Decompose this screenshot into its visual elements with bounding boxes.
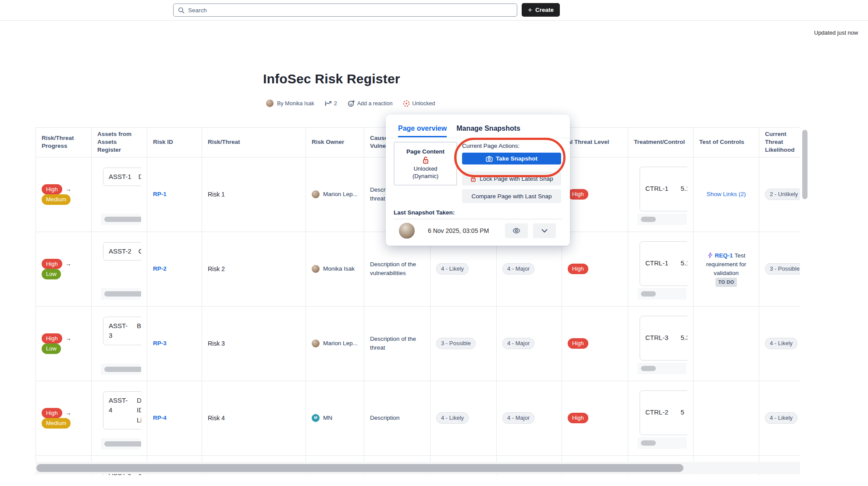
unlock-open-icon: [421, 156, 430, 164]
take-snapshot-button[interactable]: Take Snapshot: [462, 153, 561, 164]
chevron-down-icon: [541, 229, 548, 233]
lock-page-label: Lock Page with Latest Snap: [480, 175, 553, 182]
col-header-risk-id: Risk ID: [147, 128, 202, 157]
lock-closed-icon: [470, 175, 477, 182]
requirement-link[interactable]: REQ-1: [715, 252, 733, 259]
views-analytics[interactable]: 2: [325, 100, 337, 107]
lock-status-label: Unlocked: [412, 100, 435, 107]
embedded-hscrollbar[interactable]: [101, 288, 140, 300]
current-likelihood-cell: 4 - Likely: [759, 381, 800, 455]
asset-cell: ASST-4Devel IDE Licen: [92, 381, 147, 455]
risk-id-cell: RP-1: [147, 157, 202, 232]
risk-cell: Risk 1: [202, 157, 306, 232]
embedded-hscrollbar[interactable]: [637, 363, 687, 374]
asset-cell: ASST-2Comp: [92, 232, 147, 306]
threat-level-badge: High: [568, 189, 588, 200]
arrow-right-icon: →: [65, 260, 71, 267]
owner-cell: Monika Isak: [306, 232, 364, 306]
progress-from-badge: High: [42, 333, 62, 344]
progress-to-badge: Medium: [42, 194, 71, 205]
treatment-cell: CTRL-25: [628, 381, 694, 455]
control-card[interactable]: CTRL-15.1: [640, 241, 687, 286]
col-header-test-of-controls: Test of Controls: [694, 128, 759, 157]
progress-cell: High→Medium: [36, 381, 92, 455]
treatment-cell: CTRL-35.3: [628, 306, 694, 381]
arrow-right-icon: →: [65, 335, 71, 342]
tab-page-overview[interactable]: Page overview: [398, 125, 447, 137]
threat-level-cell: High: [562, 157, 628, 232]
show-links-link[interactable]: Show Links (2): [707, 191, 746, 197]
table-vertical-scrollbar[interactable]: [802, 130, 808, 199]
embedded-hscrollbar[interactable]: [637, 214, 687, 225]
table-horizontal-scrollbar[interactable]: [36, 462, 800, 474]
search-input[interactable]: Search: [173, 4, 517, 17]
snapshot-author-avatar: [399, 223, 415, 239]
lock-page-button[interactable]: Lock Page with Latest Snap: [462, 172, 561, 186]
snapshot-options-button[interactable]: [533, 223, 556, 238]
asset-card[interactable]: ASST-1Datab: [103, 168, 141, 186]
asset-cell: ASST-3Brand: [92, 306, 147, 381]
risk-cell: Risk 4: [202, 381, 306, 455]
hscrollbar-thumb[interactable]: [36, 464, 683, 472]
progress-to-badge: Low: [42, 269, 61, 279]
views-count: 2: [334, 100, 337, 107]
tab-manage-snapshots[interactable]: Manage Snapshots: [456, 125, 520, 137]
test-of-controls-cell: REQ-1 Test requirement for validation TO…: [694, 232, 759, 306]
owner-avatar: [312, 190, 320, 198]
asset-cell: ASST-1Datab: [92, 157, 147, 232]
add-reaction-label: Add a reaction: [357, 100, 393, 107]
embedded-hscrollbar[interactable]: [637, 437, 687, 449]
embedded-hscrollbar[interactable]: [101, 214, 140, 225]
control-card[interactable]: CTRL-15.1: [640, 167, 687, 211]
page-content-title: Page Content: [406, 148, 445, 155]
lock-status-indicator[interactable]: Unlocked: [403, 100, 435, 107]
threat-level-badge: High: [568, 413, 588, 423]
page-content-status-box: Page Content Unlocked (Dynamic): [394, 142, 457, 186]
col-header-assets: Assets from Assets Register: [92, 128, 147, 157]
asset-card[interactable]: ASST-2Comp: [103, 242, 141, 261]
control-card[interactable]: CTRL-25: [640, 390, 687, 435]
asset-card[interactable]: ASST-4Devel IDE Licen: [103, 391, 141, 430]
author-name: By Monika Isak: [277, 100, 314, 107]
risk-id-link[interactable]: RP-2: [153, 265, 167, 272]
view-snapshot-button[interactable]: [505, 223, 528, 238]
col-header-treatment: Treatment/Control: [628, 128, 694, 157]
consequence-cell: 4 - Major: [497, 306, 562, 381]
risk-id-link[interactable]: RP-3: [153, 340, 167, 347]
progress-from-badge: High: [42, 259, 62, 269]
asset-card[interactable]: ASST-3Brand: [103, 317, 141, 345]
risk-id-link[interactable]: RP-4: [153, 415, 167, 421]
page-content-mode: (Dynamic): [413, 173, 438, 179]
table-row: High→Medium ASST-4Devel IDE Licen RP-4 R…: [36, 381, 800, 455]
current-likelihood-cell: 3 - Possible: [759, 232, 800, 306]
embedded-hscrollbar[interactable]: [101, 364, 140, 375]
control-card[interactable]: CTRL-35.3: [640, 316, 687, 361]
last-snapshot-label: Last Snapshot Taken:: [394, 209, 455, 216]
current-likelihood-cell: 2 - Unlikely: [759, 157, 800, 232]
col-header-risk-threat: Risk/Threat: [202, 128, 306, 157]
risk-id-cell: RP-3: [147, 306, 202, 381]
snapshot-popup: Page overview Manage Snapshots Page Cont…: [386, 114, 570, 246]
status-badge: TO DO: [715, 278, 736, 287]
current-likelihood-cell: 4 - Likely: [759, 306, 800, 381]
treatment-cell: CTRL-15.1: [628, 232, 694, 306]
page-title: InfoSec Risk Register: [263, 71, 400, 86]
embedded-hscrollbar[interactable]: [637, 288, 687, 300]
consequence-cell: 4 - Major: [497, 381, 562, 455]
col-header-current-likelihood: Current Threat Likelihood: [759, 128, 800, 157]
add-reaction-button[interactable]: Add a reaction: [348, 100, 393, 107]
likelihood-cell: 3 - Possible: [430, 306, 497, 381]
likelihood-cell: 4 - Likely: [430, 381, 497, 455]
page-content-status: Unlocked: [413, 165, 437, 172]
create-button[interactable]: + Create: [522, 3, 560, 17]
arrow-right-icon: →: [65, 186, 71, 193]
progress-to-badge: Low: [42, 343, 61, 354]
threat-level-cell: High: [562, 306, 628, 381]
divider: [394, 219, 562, 219]
compare-page-button[interactable]: Compare Page with Last Snap: [462, 189, 561, 203]
embedded-hscrollbar[interactable]: [101, 438, 140, 450]
col-header-progress: Risk/Threat Progress: [36, 128, 92, 157]
owner-cell: Marion Lep...: [306, 306, 364, 381]
popup-tabs: Page overview Manage Snapshots: [398, 125, 520, 137]
risk-id-link[interactable]: RP-1: [153, 191, 167, 197]
